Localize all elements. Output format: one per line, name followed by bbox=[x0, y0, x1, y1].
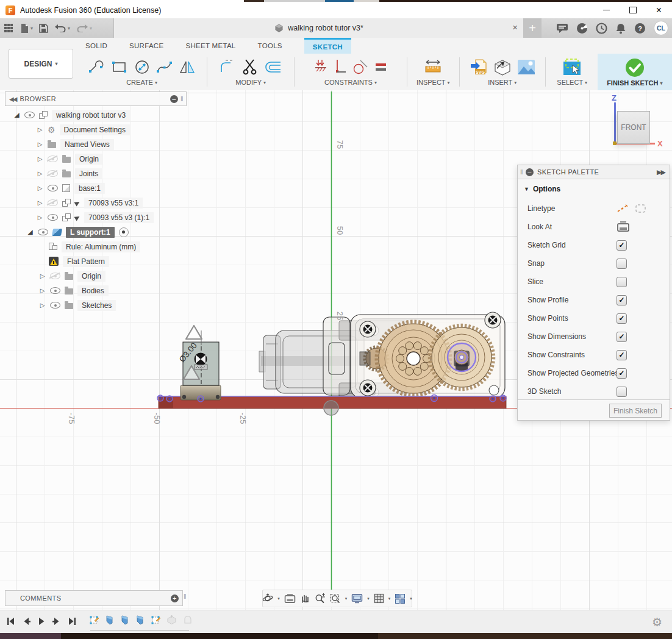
pan-hand-icon[interactable] bbox=[300, 593, 310, 604]
browser-item-l-support[interactable]: ◢ L support:1 bbox=[27, 226, 129, 238]
browser-item-base[interactable]: ▷ base:1 bbox=[37, 182, 105, 195]
equal-constraint-icon[interactable] bbox=[374, 61, 388, 73]
tab-close-icon[interactable]: × bbox=[512, 23, 518, 32]
insert-mesh-icon[interactable] bbox=[493, 58, 512, 76]
palette-expand-icon[interactable]: ▶▶ bbox=[657, 168, 665, 176]
expand-arrow-icon[interactable]: ▷ bbox=[39, 302, 46, 309]
sketch-feature-icon[interactable] bbox=[89, 615, 99, 625]
step-back-icon[interactable] bbox=[21, 616, 31, 626]
select-tool-icon[interactable] bbox=[562, 58, 582, 76]
browser-item-bodies[interactable]: ▷ Bodies bbox=[39, 284, 109, 297]
expand-arrow-icon[interactable]: ▷ bbox=[37, 214, 43, 221]
constraints-menu[interactable]: CONSTRAINTS▾ bbox=[324, 79, 377, 86]
mirror-tool-icon[interactable] bbox=[179, 59, 196, 75]
sketch-grid-checkbox[interactable]: ✓ bbox=[617, 240, 627, 251]
visibility-eye-icon[interactable] bbox=[50, 302, 60, 309]
browser-item-rule[interactable]: Rule: Aluminum (mm) bbox=[49, 240, 140, 253]
viewports-caret-icon[interactable]: ▾ bbox=[410, 596, 412, 601]
flange-feature-icon[interactable] bbox=[105, 615, 115, 625]
expand-arrow-icon[interactable]: ◢ bbox=[13, 111, 20, 119]
close-button[interactable]: × bbox=[646, 2, 672, 18]
notifications-bell-icon[interactable] bbox=[615, 23, 626, 34]
expand-arrow-icon[interactable]: ▷ bbox=[37, 170, 43, 177]
visibility-eye-icon[interactable] bbox=[50, 287, 60, 294]
centerline-linetype-icon[interactable] bbox=[635, 203, 647, 214]
construction-linetype-icon[interactable] bbox=[617, 203, 629, 214]
slice-checkbox[interactable] bbox=[617, 277, 627, 287]
collapse-browser-icon[interactable]: ◀◀ bbox=[9, 96, 16, 102]
comments-feed-icon[interactable] bbox=[556, 23, 568, 34]
expand-arrow-icon[interactable]: ▷ bbox=[37, 141, 43, 148]
flange-feature-icon[interactable] bbox=[120, 615, 130, 625]
expand-arrow-icon[interactable]: ▷ bbox=[39, 273, 46, 279]
comments-resize-handle[interactable]: ‖ bbox=[184, 593, 187, 600]
orbit-icon[interactable] bbox=[262, 593, 273, 604]
3d-sketch-checkbox[interactable] bbox=[617, 387, 627, 397]
rectangle-tool-icon[interactable] bbox=[111, 59, 128, 75]
flange-feature-icon[interactable] bbox=[135, 615, 145, 625]
show-constraints-checkbox[interactable]: ✓ bbox=[617, 350, 627, 360]
line-tool-icon[interactable] bbox=[88, 59, 105, 75]
comments-bar[interactable]: COMMENTS + bbox=[5, 590, 183, 606]
browser-item-70093-v55[interactable]: ▷ 70093 v55 v3:1 bbox=[37, 196, 143, 209]
orbit-caret-icon[interactable]: ▾ bbox=[277, 596, 280, 601]
origin-point[interactable] bbox=[324, 401, 338, 415]
look-at-nav-icon[interactable] bbox=[284, 594, 296, 604]
display-caret-icon[interactable]: ▾ bbox=[367, 596, 370, 601]
show-projected-geometries-checkbox[interactable]: ✓ bbox=[617, 368, 627, 379]
grid-settings-icon[interactable] bbox=[374, 593, 384, 604]
create-menu[interactable]: CREATE▾ bbox=[126, 79, 157, 86]
browser-resize-handle[interactable]: ‖ bbox=[181, 95, 184, 102]
insert-svg-icon[interactable]: SVG bbox=[470, 58, 488, 76]
l-support-part[interactable]: Ø3.00 bbox=[177, 326, 221, 400]
browser-header[interactable]: ◀◀ BROWSER – ‖ bbox=[5, 91, 187, 106]
job-status-clock-icon[interactable] bbox=[596, 23, 607, 34]
browser-item-named-views[interactable]: ▷ Named Views bbox=[37, 138, 114, 151]
save-icon[interactable] bbox=[39, 24, 48, 33]
horizontal-vertical-constraint-icon[interactable] bbox=[313, 59, 328, 76]
document-tab[interactable]: walking robot tutor v3* × bbox=[113, 18, 524, 38]
insert-menu[interactable]: INSERT▾ bbox=[488, 79, 517, 86]
visibility-eye-icon[interactable] bbox=[38, 229, 48, 235]
browser-item-origin[interactable]: ▷ Origin bbox=[37, 152, 103, 165]
zoom-icon[interactable] bbox=[315, 593, 326, 604]
skip-to-end-icon[interactable] bbox=[67, 616, 77, 626]
expand-arrow-icon[interactable]: ▷ bbox=[37, 126, 43, 133]
browser-item-flat-pattern[interactable]: Flat Pattern bbox=[49, 255, 109, 268]
visibility-eye-icon[interactable] bbox=[48, 170, 58, 177]
finish-sketch-button[interactable]: FINISH SKETCH▾ bbox=[598, 54, 672, 90]
expand-arrow-icon[interactable]: ▷ bbox=[37, 155, 43, 162]
expand-arrow-icon[interactable]: ▷ bbox=[37, 185, 43, 191]
browser-item-l-support-origin[interactable]: ▷ Origin bbox=[39, 270, 105, 282]
expand-arrow-icon[interactable]: ▷ bbox=[39, 287, 46, 294]
sketch-feature-icon[interactable] bbox=[151, 615, 161, 625]
redo-icon[interactable]: ▾ bbox=[76, 24, 92, 32]
trim-tool-icon[interactable] bbox=[242, 59, 258, 76]
undo-icon[interactable]: ▾ bbox=[54, 24, 70, 32]
options-section-header[interactable]: ▼ Options bbox=[524, 185, 560, 193]
spline-tool-icon[interactable] bbox=[156, 59, 173, 75]
insert-canvas-icon[interactable] bbox=[517, 59, 535, 75]
grid-caret-icon[interactable]: ▾ bbox=[388, 596, 391, 601]
display-settings-icon[interactable] bbox=[351, 593, 363, 604]
palette-minimize-icon[interactable]: – bbox=[526, 168, 534, 176]
skip-to-start-icon[interactable] bbox=[6, 616, 16, 626]
finish-sketch-palette-button[interactable]: Finish Sketch bbox=[609, 404, 662, 418]
suppressed-extrude-feature-icon[interactable] bbox=[166, 615, 177, 625]
play-icon[interactable] bbox=[37, 616, 46, 626]
add-comment-icon[interactable]: + bbox=[171, 594, 179, 602]
snap-checkbox[interactable] bbox=[617, 259, 627, 269]
viewports-icon[interactable] bbox=[395, 593, 406, 604]
look-at-icon[interactable] bbox=[617, 221, 630, 232]
extensions-icon[interactable] bbox=[576, 23, 588, 34]
app-grid-icon[interactable] bbox=[4, 23, 13, 33]
show-dimensions-checkbox[interactable]: ✓ bbox=[617, 332, 627, 342]
tab-solid[interactable]: SOLID bbox=[85, 38, 107, 54]
circle-tool-icon[interactable] bbox=[134, 59, 151, 75]
visibility-eye-icon[interactable] bbox=[48, 155, 58, 162]
activate-component-radio[interactable] bbox=[119, 227, 129, 237]
maximize-button[interactable] bbox=[620, 2, 646, 18]
expand-arrow-icon[interactable]: ▷ bbox=[37, 199, 43, 206]
help-icon[interactable]: ? bbox=[634, 23, 646, 34]
show-points-checkbox[interactable]: ✓ bbox=[617, 313, 627, 324]
